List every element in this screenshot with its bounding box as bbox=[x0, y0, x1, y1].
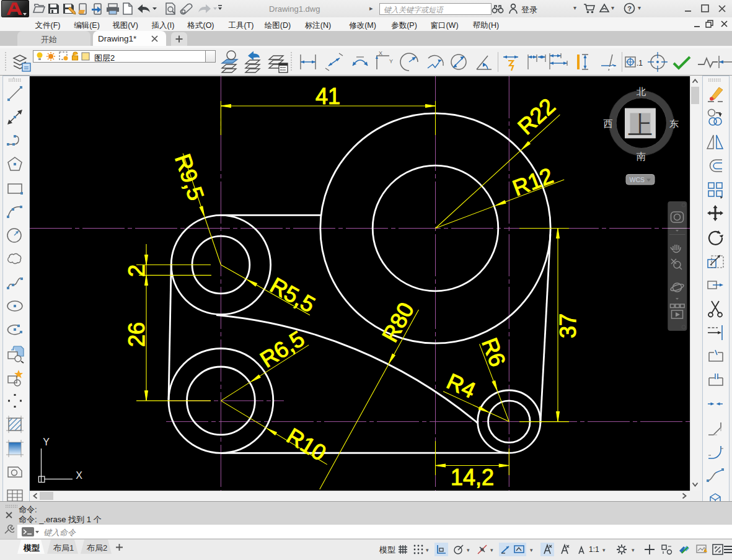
svg-text:37: 37 bbox=[555, 313, 581, 338]
svg-text:Y: Y bbox=[389, 58, 393, 64]
svg-text:西: 西 bbox=[603, 118, 613, 129]
svg-text:X: X bbox=[76, 470, 82, 481]
svg-text:!: ! bbox=[704, 549, 705, 553]
svg-text:26: 26 bbox=[124, 322, 149, 347]
svg-text:41: 41 bbox=[315, 84, 340, 109]
svg-text:北: 北 bbox=[637, 86, 646, 97]
svg-text:东: 东 bbox=[669, 118, 679, 129]
svg-text:南: 南 bbox=[637, 151, 646, 162]
svg-text:14,2: 14,2 bbox=[451, 465, 494, 490]
svg-text:WCS: WCS bbox=[630, 176, 645, 183]
svg-text:上: 上 bbox=[628, 112, 653, 139]
svg-text:X: X bbox=[379, 50, 382, 56]
svg-text:?: ? bbox=[627, 5, 632, 12]
svg-text:Y: Y bbox=[43, 437, 50, 447]
svg-text:2: 2 bbox=[124, 265, 149, 277]
svg-text:.1: .1 bbox=[637, 59, 643, 68]
